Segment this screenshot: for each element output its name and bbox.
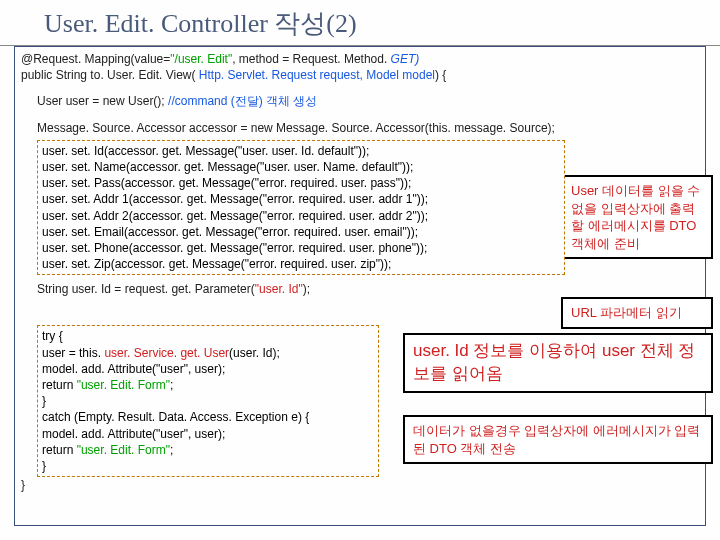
mapping-pre: @Request. Mapping(value= [21, 52, 170, 66]
t7-val: "user. Edit. Form" [77, 443, 170, 457]
t7-post: ; [170, 443, 173, 457]
setter-line: user. set. Addr 2(accessor. get. Message… [42, 208, 560, 224]
annotation-empty-dto: 데이터가 없을경우 입력상자에 에러메시지가 입력된 DTO 객체 전송 [403, 415, 713, 464]
setter-line: user. set. Zip(accessor. get. Message("e… [42, 256, 560, 272]
param-post: ); [303, 282, 310, 296]
close-brace: } [15, 477, 705, 493]
slide-title: User. Edit. Controller 작성(2) [0, 0, 720, 46]
t1-svc: user. Service. get. User [104, 346, 229, 360]
setter-line: user. set. Addr 1(accessor. get. Message… [42, 191, 560, 207]
annotation-url-param: URL 파라메터 읽기 [561, 297, 713, 329]
try-line: } [42, 458, 374, 474]
annotation-userid-read: user. Id 정보를 이용하여 user 전체 정보를 읽어옴 [403, 333, 713, 393]
t3-pre: return [42, 378, 77, 392]
t1-post: (user. Id); [229, 346, 280, 360]
try-line: return "user. Edit. Form"; [42, 377, 374, 393]
slide: User. Edit. Controller 작성(2) @Request. M… [0, 0, 720, 540]
try-line: return "user. Edit. Form"; [42, 442, 374, 458]
try-line: } [42, 393, 374, 409]
mapping-value: "/user. Edit" [170, 52, 232, 66]
command-comment: //command (전달) 객체 생성 [168, 94, 317, 108]
setter-line: user. set. Pass(accessor. get. Message("… [42, 175, 560, 191]
method-signature: @Request. Mapping(value="/user. Edit", m… [15, 47, 705, 83]
param-arg: "user. Id" [255, 282, 303, 296]
mapping-mid: , method = Request. Method. [232, 52, 390, 66]
setters-box: user. set. Id(accessor. get. Message("us… [37, 140, 565, 276]
accessor-line: Message. Source. Accessor accessor = new… [15, 110, 705, 136]
command-line: User user = new User(); //command (전달) 객… [15, 83, 705, 109]
annotation-dto-prepare: User 데이터를 읽을 수 없을 입력상자에 출력할 에러메시지를 DTO 객… [561, 175, 713, 259]
t3-post: ; [170, 378, 173, 392]
try-line: model. add. Attribute("user", user); [42, 426, 374, 442]
code-box: @Request. Mapping(value="/user. Edit", m… [14, 46, 706, 526]
t7-pre: return [42, 443, 77, 457]
setter-line: user. set. Name(accessor. get. Message("… [42, 159, 560, 175]
t3-val: "user. Edit. Form" [77, 378, 170, 392]
try-line: user = this. user. Service. get. User(us… [42, 345, 374, 361]
get-parameter-line: String user. Id = request. get. Paramete… [15, 275, 705, 297]
t1-pre: user = this. [42, 346, 104, 360]
decl-pre: public String to. User. Edit. View( [21, 68, 199, 82]
setter-line: user. set. Phone(accessor. get. Message(… [42, 240, 560, 256]
mapping-get: GET) [391, 52, 420, 66]
decl-post: ) { [435, 68, 446, 82]
command-pre: User user = new User(); [37, 94, 168, 108]
try-line: try { [42, 328, 374, 344]
decl-params: Http. Servlet. Request request, Model mo… [199, 68, 435, 82]
try-line: catch (Empty. Result. Data. Access. Exce… [42, 409, 374, 425]
param-pre: String user. Id = request. get. Paramete… [37, 282, 255, 296]
try-catch-box: try { user = this. user. Service. get. U… [37, 325, 379, 477]
setter-line: user. set. Email(accessor. get. Message(… [42, 224, 560, 240]
try-line: model. add. Attribute("user", user); [42, 361, 374, 377]
setter-line: user. set. Id(accessor. get. Message("us… [42, 143, 560, 159]
